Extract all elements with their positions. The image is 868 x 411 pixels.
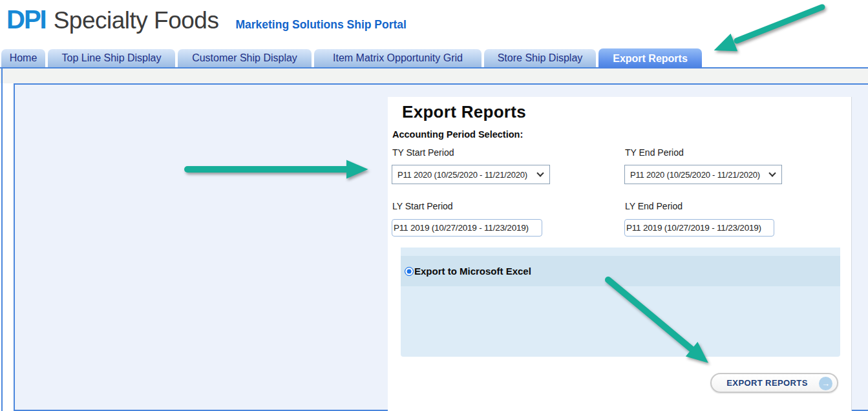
export-options-section: Export to Microsoft Excel — [401, 248, 840, 357]
ty-start-period-label: TY Start Period — [392, 147, 454, 158]
export-reports-panel: Export Reports Accounting Period Selecti… — [388, 97, 852, 411]
arrow-right-circle-icon — [819, 377, 832, 390]
tab-store-ship-display[interactable]: Store Ship Display — [484, 49, 596, 67]
ty-start-period-value: P11 2020 (10/25/2020 - 11/21/2020) — [397, 170, 527, 180]
tab-top-line-ship-display[interactable]: Top Line Ship Display — [48, 49, 175, 67]
logo-dpi: DPI — [6, 5, 46, 34]
excel-option-row: Export to Microsoft Excel — [401, 256, 840, 286]
tabstrip: Home Top Line Ship Display Customer Ship… — [1, 48, 702, 68]
accounting-period-selection-label: Accounting Period Selection: — [392, 129, 523, 140]
chevron-down-icon — [768, 169, 776, 176]
tab-export-reports[interactable]: Export Reports — [598, 48, 702, 68]
page: DPI Specialty Foods Marketing Solutions … — [0, 0, 868, 411]
ly-start-period-input[interactable] — [392, 219, 542, 237]
page-title: Export Reports — [402, 102, 526, 122]
logo: DPI Specialty Foods Marketing Solutions … — [0, 0, 868, 34]
tab-customer-ship-display[interactable]: Customer Ship Display — [178, 49, 312, 67]
chevron-down-icon — [536, 169, 544, 176]
ty-end-period-value: P11 2020 (10/25/2020 - 11/21/2020) — [630, 170, 760, 180]
ly-end-period-input[interactable] — [624, 219, 774, 237]
tab-home[interactable]: Home — [1, 49, 45, 67]
export-reports-button-label: EXPORT REPORTS — [726, 378, 808, 388]
excel-export-radio[interactable] — [405, 267, 414, 276]
tab-item-matrix-opportunity-grid[interactable]: Item Matrix Opportunity Grid — [314, 49, 482, 67]
logo-company-name: Specialty Foods — [54, 7, 219, 34]
excel-export-label: Export to Microsoft Excel — [414, 266, 531, 277]
portal-subtitle: Marketing Solutions Ship Portal — [235, 18, 406, 32]
export-reports-button[interactable]: EXPORT REPORTS — [710, 373, 838, 393]
outer-left-border — [1, 68, 3, 411]
ly-start-period-label: LY Start Period — [392, 201, 453, 211]
ty-start-period-select[interactable]: P11 2020 (10/25/2020 - 11/21/2020) — [392, 165, 550, 184]
ly-end-period-label: LY End Period — [625, 201, 683, 211]
ty-end-period-select[interactable]: P11 2020 (10/25/2020 - 11/21/2020) — [624, 165, 782, 184]
ty-end-period-label: TY End Period — [625, 147, 684, 158]
page-margin-band — [0, 68, 868, 83]
header: DPI Specialty Foods Marketing Solutions … — [0, 0, 868, 48]
